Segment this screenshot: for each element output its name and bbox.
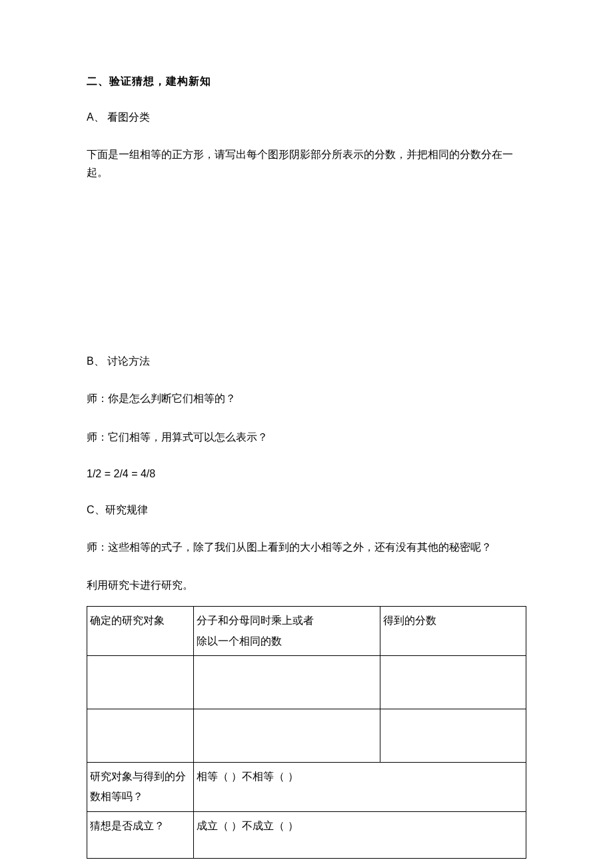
figure-placeholder xyxy=(87,193,526,333)
table-cell-empty xyxy=(194,709,380,762)
equation-line: 1/2 = 2/4 = 4/8 xyxy=(87,466,526,482)
table-cell-empty xyxy=(194,655,380,709)
table-header-2: 分子和分母同时乘上或者 除以一个相同的数 xyxy=(194,607,380,656)
table-row xyxy=(87,709,526,762)
table-cell-empty xyxy=(380,655,526,709)
table-row: 研究对象与得到的分数相等吗？ 相等（ ）不相等（ ） xyxy=(87,762,526,811)
subsection-b-text: B、 讨论方法 xyxy=(87,355,150,367)
research-table: 确定的研究对象 分子和分母同时乘上或者 除以一个相同的数 得到的分数 研究对象与… xyxy=(87,606,526,859)
table-header-1: 确定的研究对象 xyxy=(87,607,194,656)
subsection-c-text: C、研究规律 xyxy=(87,504,148,515)
table-header-2-line2: 除以一个相同的数 xyxy=(197,631,377,651)
subsection-a-label: A、 看图分类 xyxy=(87,109,526,125)
subsection-a-intro: 下面是一组相等的正方形，请写出每个图形阴影部分所表示的分数，并把相同的分数分在一… xyxy=(87,145,526,181)
subsection-b-label: B、 讨论方法 xyxy=(87,353,526,369)
table-row: 确定的研究对象 分子和分母同时乘上或者 除以一个相同的数 得到的分数 xyxy=(87,607,526,656)
table-header-2-line1: 分子和分母同时乘上或者 xyxy=(197,611,377,631)
teacher-question-b2: 师：它们相等，用算式可以怎么表示？ xyxy=(87,428,526,446)
teacher-instruction-c2: 利用研究卡进行研究。 xyxy=(87,576,526,594)
teacher-question-b1: 师：你是怎么判断它们相等的？ xyxy=(87,389,526,407)
table-cell-empty xyxy=(87,709,194,762)
table-row xyxy=(87,655,526,709)
section-heading: 二、验证猜想，建构新知 xyxy=(87,73,526,89)
table-header-3: 得到的分数 xyxy=(380,607,526,656)
table-row4-col1: 研究对象与得到的分数相等吗？ xyxy=(87,762,194,811)
table-row: 猜想是否成立？ 成立（ ）不成立（ ） xyxy=(87,811,526,858)
table-row4-col2: 相等（ ）不相等（ ） xyxy=(194,762,526,811)
subsection-a-text: A、 看图分类 xyxy=(87,111,150,123)
table-cell-empty xyxy=(87,655,194,709)
table-row5-col2: 成立（ ）不成立（ ） xyxy=(194,811,526,858)
table-row5-col1: 猜想是否成立？ xyxy=(87,811,194,858)
subsection-c-label: C、研究规律 xyxy=(87,502,526,518)
teacher-question-c1: 师：这些相等的式子，除了我们从图上看到的大小相等之外，还有没有其他的秘密呢？ xyxy=(87,538,526,556)
table-cell-empty xyxy=(380,709,526,762)
